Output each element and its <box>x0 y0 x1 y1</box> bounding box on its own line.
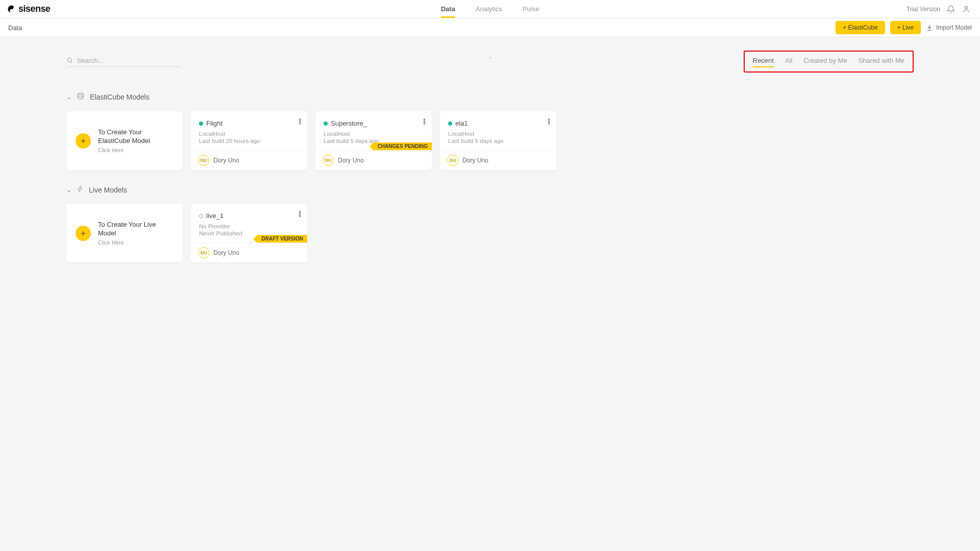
filter-recent[interactable]: Recent <box>753 57 774 66</box>
changes-pending-flag: CHANGES PENDING <box>374 142 432 150</box>
kebab-icon[interactable]: ••• <box>299 118 301 125</box>
filter-all[interactable]: All <box>785 57 792 66</box>
elasticube-cards: To Create Your ElastiCube Model Click He… <box>66 111 914 170</box>
bell-icon[interactable] <box>946 5 955 14</box>
brand-name: sisense <box>18 4 51 14</box>
section-elasticube-title: ElastiCube Models <box>90 93 150 101</box>
sisense-logo-icon <box>7 5 16 14</box>
search-icon <box>66 57 73 64</box>
create-elasticube-text: To Create Your ElastiCube Model <box>98 128 174 146</box>
live-cards: To Create Your Live Model Click Here •••… <box>66 204 914 262</box>
filter-tabs: Recent All Created by Me Shared with Me <box>744 51 914 73</box>
subbar-actions: + ElastiCube + Live Import Model <box>836 21 972 34</box>
model-card-live1[interactable]: ••• live_1 No Provider Never Published D… <box>191 204 307 262</box>
card-footer: DU Dory Uno <box>191 243 307 262</box>
model-host: LocalHost <box>199 131 299 137</box>
add-elasticube-button[interactable]: + ElastiCube <box>836 21 885 34</box>
plus-icon <box>76 133 91 149</box>
model-host: No Provider <box>199 223 299 229</box>
status-empty-icon <box>199 214 203 218</box>
add-live-button[interactable]: + Live <box>890 21 921 34</box>
create-live-card[interactable]: To Create Your Live Model Click Here <box>66 204 183 262</box>
model-card-superstore[interactable]: ••• Superstore_ LocalHost Last build 5 d… <box>315 111 432 170</box>
kebab-icon[interactable]: ••• <box>299 211 301 217</box>
draft-version-flag: DRAFT VERSION <box>257 235 307 243</box>
avatar: DU <box>323 155 334 166</box>
tab-data[interactable]: Data <box>441 0 455 18</box>
tab-analytics[interactable]: Analytics <box>476 0 502 18</box>
card-footer: DU Dory Uno <box>191 150 307 170</box>
model-host: LocalHost <box>448 131 548 137</box>
kebab-icon[interactable]: ••• <box>548 118 550 125</box>
trial-label: Trial Version <box>906 6 940 13</box>
topnav-tabs: Data Analytics Pulse <box>441 0 540 18</box>
svg-point-0 <box>965 6 967 9</box>
section-elasticube-header[interactable]: ⌄ ElastiCube Models <box>66 92 914 102</box>
owner-name: Dory Uno <box>338 157 364 164</box>
plus-icon <box>76 226 91 241</box>
expand-handle-icon[interactable]: ⌄ <box>488 54 492 59</box>
model-build: Last build 5 days ago <box>448 138 548 144</box>
brand-logo[interactable]: sisense <box>7 4 51 14</box>
create-live-hint: Click Here <box>98 239 174 246</box>
status-dot-icon <box>448 122 452 126</box>
model-name: ela1 <box>455 119 468 127</box>
filter-created-by-me[interactable]: Created by Me <box>803 57 847 66</box>
filter-shared-with-me[interactable]: Shared with Me <box>859 57 904 66</box>
page-title: Data <box>8 24 22 32</box>
create-live-text: To Create Your Live Model <box>98 221 174 238</box>
model-card-flight[interactable]: ••• Flight LocalHost Last build 20 hours… <box>191 111 307 170</box>
tab-pulse[interactable]: Pulse <box>523 0 540 18</box>
bolt-icon <box>77 185 84 195</box>
model-name: live_1 <box>206 212 224 220</box>
topnav-right: Trial Version <box>906 5 971 14</box>
create-elasticube-card[interactable]: To Create Your ElastiCube Model Click He… <box>66 111 183 170</box>
model-host: LocalHost <box>324 131 424 137</box>
owner-name: Dory Uno <box>213 157 239 164</box>
cube-icon <box>77 92 85 102</box>
avatar: DU <box>447 155 458 166</box>
card-footer: DU Dory Uno <box>315 150 432 170</box>
owner-name: Dory Uno <box>462 157 488 164</box>
model-name: Flight <box>206 119 223 127</box>
model-card-ela1[interactable]: ••• ela1 LocalHost Last build 5 days ago… <box>440 111 556 170</box>
download-icon <box>926 24 933 31</box>
import-model-button[interactable]: Import Model <box>926 24 972 31</box>
chevron-down-icon[interactable]: ⌄ <box>66 93 71 101</box>
avatar: DU <box>198 155 209 166</box>
model-name: Superstore_ <box>331 119 367 127</box>
section-live-title: Live Models <box>89 186 127 194</box>
search-input[interactable] <box>77 57 181 64</box>
avatar: DU <box>198 247 209 258</box>
model-build: Last build 20 hours ago <box>199 138 299 144</box>
status-dot-icon <box>324 122 328 126</box>
status-dot-icon <box>199 122 203 126</box>
card-footer: DU Dory Uno <box>440 150 556 170</box>
svg-point-1 <box>67 58 71 62</box>
search-box[interactable] <box>66 57 181 67</box>
owner-name: Dory Uno <box>213 249 239 256</box>
top-nav: sisense Data Analytics Pulse Trial Versi… <box>0 0 980 18</box>
create-elasticube-hint: Click Here <box>98 147 174 153</box>
chevron-down-icon[interactable]: ⌄ <box>66 186 71 194</box>
content-area: ⌄ Recent All Created by Me Shared with M… <box>0 51 980 262</box>
kebab-icon[interactable]: ••• <box>423 118 426 125</box>
svg-point-2 <box>78 93 84 95</box>
sub-bar: Data + ElastiCube + Live Import Model <box>0 18 980 37</box>
section-live-header[interactable]: ⌄ Live Models <box>66 185 914 195</box>
user-icon[interactable] <box>962 5 971 14</box>
